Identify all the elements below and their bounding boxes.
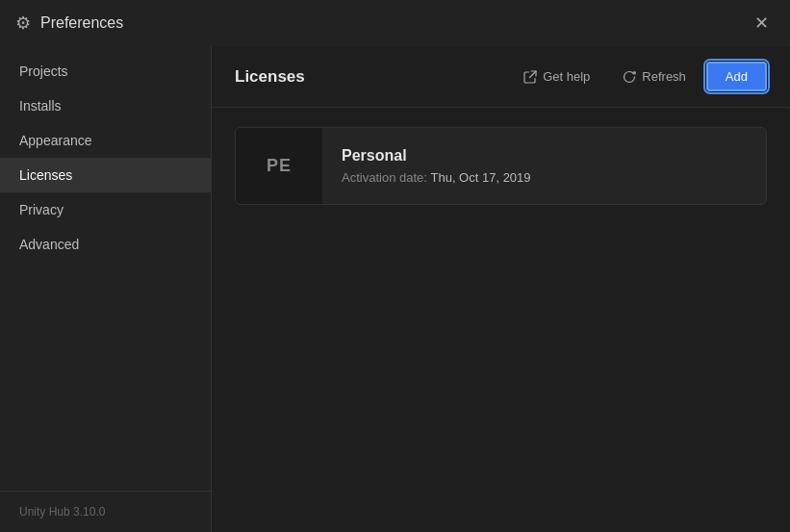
refresh-button[interactable]: Refresh <box>610 63 699 90</box>
license-name: Personal <box>342 147 531 165</box>
add-button[interactable]: Add <box>706 62 767 91</box>
sidebar-nav: ProjectsInstallsAppearanceLicensesPrivac… <box>0 46 211 491</box>
license-info: PersonalActivation date: Thu, Oct 17, 20… <box>322 128 550 204</box>
sidebar-item-installs[interactable]: Installs <box>0 89 211 123</box>
sidebar-item-privacy[interactable]: Privacy <box>0 192 211 227</box>
refresh-icon <box>623 70 636 84</box>
add-label: Add <box>726 69 748 84</box>
license-activation-date: Activation date: Thu, Oct 17, 2019 <box>342 170 531 185</box>
panel-title: Licenses <box>235 67 305 87</box>
licenses-list: PEPersonalActivation date: Thu, Oct 17, … <box>235 127 767 205</box>
sidebar-item-projects[interactable]: Projects <box>0 54 211 89</box>
get-help-button[interactable]: Get help <box>511 63 602 90</box>
panel-actions: Get help Refresh Add <box>511 62 767 91</box>
main-panel: Licenses Get help Refresh <box>212 46 790 532</box>
panel-header: Licenses Get help Refresh <box>212 46 790 108</box>
sidebar-item-licenses[interactable]: Licenses <box>0 158 211 192</box>
settings-icon: ⚙ <box>15 13 31 34</box>
external-link-icon <box>523 70 537 84</box>
sidebar: ProjectsInstallsAppearanceLicensesPrivac… <box>0 46 212 532</box>
license-avatar: PE <box>236 128 322 204</box>
sidebar-footer: Unity Hub 3.10.0 <box>0 491 211 532</box>
window-title: Preferences <box>40 14 123 32</box>
get-help-label: Get help <box>543 69 590 84</box>
license-card: PEPersonalActivation date: Thu, Oct 17, … <box>235 127 767 205</box>
version-label: Unity Hub 3.10.0 <box>19 505 105 519</box>
title-bar: ⚙ Preferences ✕ <box>0 0 790 46</box>
sidebar-item-appearance[interactable]: Appearance <box>0 123 211 158</box>
close-button[interactable]: ✕ <box>749 11 775 36</box>
panel-body: PEPersonalActivation date: Thu, Oct 17, … <box>212 108 790 532</box>
refresh-label: Refresh <box>642 69 686 84</box>
sidebar-item-advanced[interactable]: Advanced <box>0 227 211 262</box>
main-content: ProjectsInstallsAppearanceLicensesPrivac… <box>0 46 790 532</box>
